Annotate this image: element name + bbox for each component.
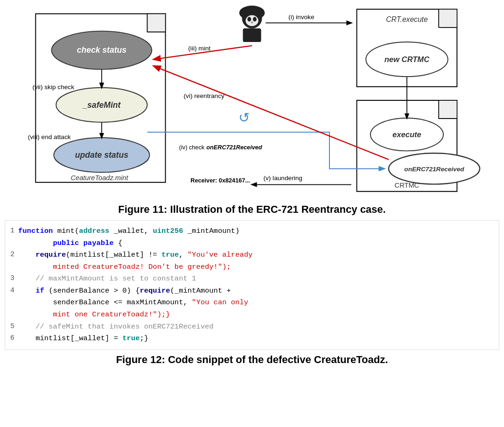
label-i-invoke: (i) invoke — [288, 14, 314, 21]
code-content-4b: senderBalance <= maxMintAmount, "You can… — [18, 297, 499, 309]
label-vi-reentrancy: (vi) reentrancy — [184, 92, 224, 99]
svg-marker-10 — [439, 9, 457, 28]
diagram-svg: check status _safeMint update status (vi… — [5, 5, 499, 196]
code-line-2b: minted CreatureToadz! Don't be greedy!")… — [5, 261, 499, 273]
svg-marker-1 — [147, 14, 165, 32]
line-num-2: 2 — [5, 249, 18, 261]
svg-point-26 — [253, 17, 257, 21]
code-line-5: 5 // safeMint that invokes onERC721Recei… — [5, 321, 499, 333]
code-line-1b: public payable { — [5, 238, 499, 250]
code-line-1: 1 function mint(address _wallet, uint256… — [5, 225, 499, 238]
label-iv: (iv) check — [179, 144, 205, 151]
code-line-4c: mint one CreatureToadz!");} — [5, 309, 499, 321]
diagram-section: check status _safeMint update status (vi… — [0, 0, 504, 201]
node-safe-mint: _safeMint — [82, 100, 121, 110]
svg-point-25 — [247, 17, 251, 21]
node-execute: execute — [392, 130, 421, 139]
label-viii: (viii) end attack — [28, 133, 71, 140]
code-section: 1 function mint(address _wallet, uint256… — [5, 220, 499, 350]
line-num-1: 1 — [5, 225, 18, 237]
svg-point-27 — [251, 21, 253, 23]
code-line-2: 2 require(mintlist[_wallet] != true, "Yo… — [5, 249, 499, 261]
label-iii-mint: (iii) mint — [188, 45, 210, 52]
label-v: (v) laundering — [263, 175, 302, 182]
node-new-crtmc: new CRTMC — [385, 55, 430, 64]
label-receiver: Receiver: 0x824167... — [190, 177, 250, 184]
line-num-3: 3 — [5, 273, 18, 285]
code-line-4b: senderBalance <= maxMintAmount, "You can… — [5, 297, 499, 309]
refresh-icon: ↺ — [238, 110, 250, 125]
svg-rect-23 — [243, 28, 261, 42]
code-content-2b: minted CreatureToadz! Don't be greedy!")… — [18, 261, 499, 273]
code-content-4: if (senderBalance > 0) {require(_mintAmo… — [18, 285, 499, 297]
svg-marker-15 — [439, 100, 457, 119]
code-content-4c: mint one CreatureToadz!");} — [18, 309, 499, 321]
svg-point-24 — [245, 15, 258, 26]
line-num-6: 6 — [5, 333, 18, 344]
code-line-4: 4 if (senderBalance > 0) {require(_mintA… — [5, 285, 499, 297]
node-check-status: check status — [77, 45, 127, 55]
label-crt-execute: CRT.execute — [386, 15, 428, 23]
label-vii: (vii) skip check — [32, 84, 74, 91]
figure-caption-11: Figure 11: Illustration of the ERC-721 R… — [0, 201, 504, 220]
code-content-3: // maxMintAmount is set to constant 1 — [18, 273, 499, 285]
code-line-6: 6 mintlist[_wallet] = true;} — [5, 333, 499, 345]
node-update-status: update status — [75, 150, 128, 160]
code-content-1b: public payable { — [18, 238, 499, 250]
code-line-3: 3 // maxMintAmount is set to constant 1 — [5, 273, 499, 285]
line-num-4: 4 — [5, 285, 18, 297]
code-content-2: require(mintlist[_wallet] != true, "You'… — [18, 249, 499, 261]
figure-caption-12: Figure 12: Code snippet of the defective… — [0, 350, 504, 368]
node-onerc: onERC721Received — [404, 166, 464, 173]
code-content-1: function mint(address _wallet, uint256 _… — [18, 225, 499, 238]
code-content-5: // safeMint that invokes onERC721Receive… — [18, 321, 499, 333]
line-num-5: 5 — [5, 321, 18, 333]
code-content-6: mintlist[_wallet] = true;} — [18, 333, 499, 345]
label-left-box: CeatureToadz.mint — [70, 174, 128, 182]
label-iv-func: onERC721Received — [206, 144, 262, 151]
